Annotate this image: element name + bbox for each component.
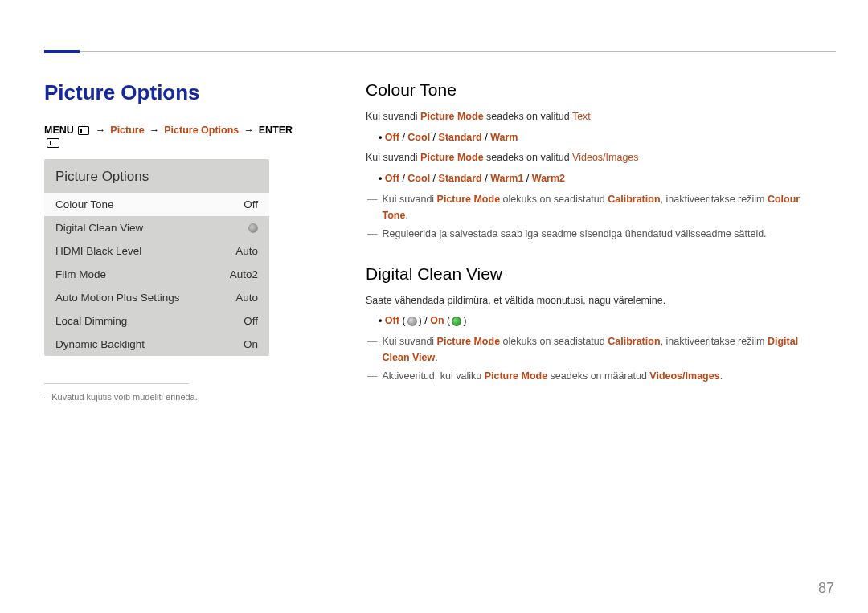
page-title: Picture Options (44, 80, 293, 105)
section-heading-colour-tone: Colour Tone (366, 80, 824, 100)
ct-line2: Kui suvandi Picture Mode seadeks on vali… (366, 150, 824, 166)
panel-row-hdmi-black-level[interactable]: HDMI Black Level Auto (44, 239, 269, 263)
row-label: Colour Tone (55, 198, 114, 210)
breadcrumb-picture: Picture (110, 125, 144, 136)
status-indicator-icon (248, 223, 258, 233)
row-value: Auto2 (230, 268, 258, 280)
menu-icon (78, 126, 89, 135)
dcv-options: Off () / On () (379, 313, 824, 329)
footnote-divider (44, 383, 189, 384)
settings-panel: Picture Options Colour Tone Off Digital … (44, 159, 269, 356)
dcv-para: Saate vähendada pildimüra, et vältida mo… (366, 293, 824, 309)
row-label: Auto Motion Plus Settings (55, 292, 180, 304)
breadcrumb-menu: MENU (44, 125, 74, 136)
breadcrumb-picture-options: Picture Options (164, 125, 239, 136)
ct-options-1: Off / Cool / Standard / Warm (379, 129, 824, 145)
dcv-note-2: ― Aktiveeritud, kui valiku Picture Mode … (367, 368, 824, 384)
row-value: Auto (235, 292, 258, 304)
ct-note-1: ― Kui suvandi Picture Mode olekuks on se… (367, 191, 824, 223)
panel-row-auto-motion-plus[interactable]: Auto Motion Plus Settings Auto (44, 286, 269, 309)
row-label: Film Mode (55, 268, 106, 280)
top-divider (44, 51, 836, 52)
led-on-icon (452, 317, 461, 326)
panel-row-film-mode[interactable]: Film Mode Auto2 (44, 263, 269, 286)
accent-bar (44, 50, 80, 53)
enter-icon (47, 138, 59, 148)
row-value: Off (244, 315, 258, 327)
section-heading-digital-clean-view: Digital Clean View (366, 264, 824, 284)
row-value: Auto (235, 245, 258, 257)
panel-row-colour-tone[interactable]: Colour Tone Off (44, 193, 269, 216)
breadcrumb: MENU → Picture → Picture Options → ENTER (44, 125, 293, 148)
footnote-text: Kuvatud kujutis võib mudeliti erineda. (51, 392, 198, 402)
arrow-icon: → (149, 125, 160, 136)
led-off-icon (407, 317, 417, 326)
dcv-note-1: ― Kui suvandi Picture Mode olekuks on se… (367, 333, 824, 366)
ct-options-2: Off / Cool / Standard / Warm1 / Warm2 (379, 170, 824, 186)
row-label: Digital Clean View (55, 222, 143, 234)
ct-line1: Kui suvandi Picture Mode seadeks on vali… (366, 109, 824, 125)
row-label: Dynamic Backlight (55, 338, 145, 350)
ct-note-2: ― Reguleerida ja salvestada saab iga sea… (367, 226, 824, 242)
panel-title: Picture Options (44, 159, 269, 193)
panel-row-dynamic-backlight[interactable]: Dynamic Backlight On (44, 333, 269, 356)
arrow-icon: → (244, 125, 254, 136)
row-value: On (244, 338, 258, 350)
arrow-icon: → (96, 125, 106, 136)
footnote-dash: – (44, 392, 51, 402)
row-label: HDMI Black Level (55, 245, 141, 257)
footnote: – Kuvatud kujutis võib mudeliti erineda. (44, 392, 293, 402)
panel-row-digital-clean-view[interactable]: Digital Clean View (44, 216, 269, 239)
row-value: Off (244, 198, 258, 210)
row-label: Local Dimming (55, 315, 127, 327)
panel-row-local-dimming[interactable]: Local Dimming Off (44, 309, 269, 333)
breadcrumb-enter: ENTER (259, 125, 293, 136)
page-number: 87 (818, 580, 834, 597)
